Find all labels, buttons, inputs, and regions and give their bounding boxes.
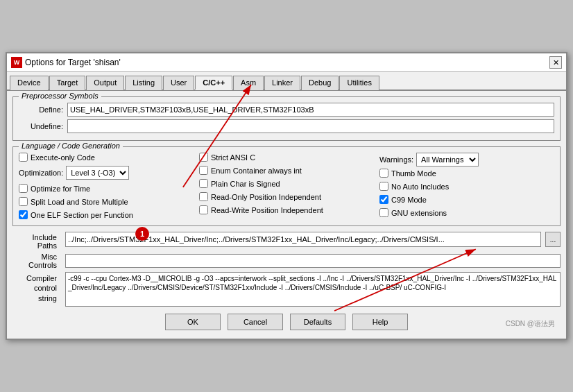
- execute-only-row: Execute-only Code: [19, 153, 194, 162]
- read-only-row: Read-Only Position Independent: [199, 192, 374, 201]
- optimize-time-checkbox[interactable]: [19, 184, 28, 193]
- tab-utilities[interactable]: Utilities: [339, 76, 379, 90]
- read-only-label: Read-Only Position Independent: [211, 193, 321, 201]
- enum-container-label: Enum Container always int: [211, 167, 302, 175]
- warnings-select[interactable]: All Warnings No Warnings: [416, 153, 479, 167]
- include-paths-row: IncludePaths ...: [12, 232, 561, 250]
- language-group-label: Language / Code Generation: [19, 142, 123, 150]
- warnings-row: Warnings: All Warnings No Warnings: [379, 153, 554, 167]
- misc-controls-input[interactable]: [65, 254, 561, 268]
- thumb-mode-row: Thumb Mode: [379, 169, 554, 178]
- c99-mode-label: C99 Mode: [391, 196, 427, 204]
- gnu-extensions-row: GNU extensions: [379, 208, 554, 217]
- define-row: Define:: [19, 103, 554, 117]
- button-bar: OK Cancel Defaults CSDN @语法男 Help: [12, 309, 561, 333]
- define-label: Define:: [19, 105, 67, 114]
- no-auto-includes-row: No Auto Includes: [379, 182, 554, 191]
- enum-container-row: Enum Container always int: [199, 166, 374, 175]
- plain-char-label: Plain Char is Signed: [211, 180, 280, 188]
- strict-ansi-checkbox[interactable]: [199, 153, 208, 162]
- read-write-label: Read-Write Position Independent: [211, 206, 323, 214]
- watermark-text: CSDN @语法男: [506, 319, 555, 329]
- execute-only-label: Execute-only Code: [31, 153, 95, 162]
- compiler-string-display: -c99 -c --cpu Cortex-M3 -D__MICROLIB -g …: [65, 272, 561, 307]
- optimization-row: Optimization: Level 3 (-O3) Level 0 (-O0…: [19, 166, 194, 180]
- tab-asm[interactable]: Asm: [233, 76, 264, 90]
- close-button[interactable]: ✕: [549, 56, 562, 69]
- split-load-checkbox[interactable]: [19, 197, 28, 206]
- preprocessor-group: Preprocessor Symbols Define: Undefine:: [12, 96, 561, 141]
- c99-mode-checkbox[interactable]: [379, 195, 388, 204]
- include-paths-input[interactable]: [65, 232, 541, 247]
- undefine-input[interactable]: [67, 119, 554, 133]
- tab-device[interactable]: Device: [10, 76, 49, 90]
- preprocessor-group-label: Preprocessor Symbols: [19, 92, 101, 100]
- cancel-button[interactable]: Cancel: [228, 314, 283, 330]
- tab-linker[interactable]: Linker: [264, 76, 300, 90]
- title-bar: W Options for Target 'shisan' ✕: [7, 53, 566, 72]
- include-paths-label: IncludePaths: [12, 232, 61, 250]
- plain-char-checkbox[interactable]: [199, 179, 208, 188]
- optimize-time-row: Optimize for Time: [19, 184, 194, 193]
- window-title: Options for Target 'shisan': [25, 58, 121, 67]
- compiler-string-label: Compilercontrolstring: [12, 272, 61, 303]
- one-elf-checkbox[interactable]: [19, 210, 28, 219]
- tab-target[interactable]: Target: [49, 76, 86, 90]
- main-window: W Options for Target 'shisan' ✕ Device T…: [6, 52, 567, 340]
- read-write-checkbox[interactable]: [199, 205, 208, 214]
- split-load-label: Split Load and Store Multiple: [31, 198, 128, 206]
- language-group: Language / Code Generation Execute-only …: [12, 146, 561, 226]
- optimization-select[interactable]: Level 3 (-O3) Level 0 (-O0) Level 1 (-O1…: [66, 166, 129, 180]
- split-load-row: Split Load and Store Multiple: [19, 197, 194, 206]
- one-elf-label: One ELF Section per Function: [31, 211, 133, 219]
- thumb-mode-label: Thumb Mode: [391, 169, 436, 178]
- undefine-row: Undefine:: [19, 119, 554, 133]
- misc-controls-label: MiscControls: [12, 253, 61, 269]
- undefine-label: Undefine:: [19, 122, 67, 130]
- optimize-time-label: Optimize for Time: [31, 185, 90, 193]
- tab-debug[interactable]: Debug: [301, 76, 339, 90]
- no-auto-includes-checkbox[interactable]: [379, 182, 388, 191]
- tab-cpp[interactable]: C/C++: [195, 76, 232, 90]
- read-write-row: Read-Write Position Independent: [199, 205, 374, 214]
- c99-mode-row: C99 Mode: [379, 195, 554, 204]
- app-icon: W: [11, 57, 22, 68]
- tab-bar: Device Target Output Listing User C/C++ …: [7, 72, 566, 91]
- no-auto-includes-label: No Auto Includes: [391, 182, 449, 191]
- ok-button[interactable]: OK: [165, 314, 221, 330]
- enum-container-checkbox[interactable]: [199, 166, 208, 175]
- strict-ansi-row: Strict ANSI C: [199, 153, 374, 162]
- tab-output[interactable]: Output: [86, 76, 124, 90]
- help-button[interactable]: Help: [352, 314, 408, 330]
- define-input[interactable]: [67, 103, 554, 117]
- optimization-label: Optimization:: [19, 169, 63, 177]
- execute-only-checkbox[interactable]: [19, 153, 28, 162]
- gnu-extensions-label: GNU extensions: [391, 209, 447, 217]
- strict-ansi-label: Strict ANSI C: [211, 153, 255, 162]
- defaults-button[interactable]: Defaults: [290, 314, 345, 330]
- tab-listing[interactable]: Listing: [125, 76, 162, 90]
- gnu-extensions-checkbox[interactable]: [379, 208, 388, 217]
- thumb-mode-checkbox[interactable]: [379, 169, 388, 178]
- content-area: Preprocessor Symbols Define: Undefine: L…: [7, 91, 566, 339]
- tab-user[interactable]: User: [163, 76, 194, 90]
- compiler-string-row: Compilercontrolstring -c99 -c --cpu Cort…: [12, 272, 561, 307]
- one-elf-row: One ELF Section per Function: [19, 210, 194, 219]
- plain-char-row: Plain Char is Signed: [199, 179, 374, 188]
- include-paths-browse-button[interactable]: ...: [545, 232, 561, 247]
- read-only-checkbox[interactable]: [199, 192, 208, 201]
- misc-controls-row: MiscControls: [12, 253, 561, 269]
- warnings-label: Warnings:: [379, 155, 413, 164]
